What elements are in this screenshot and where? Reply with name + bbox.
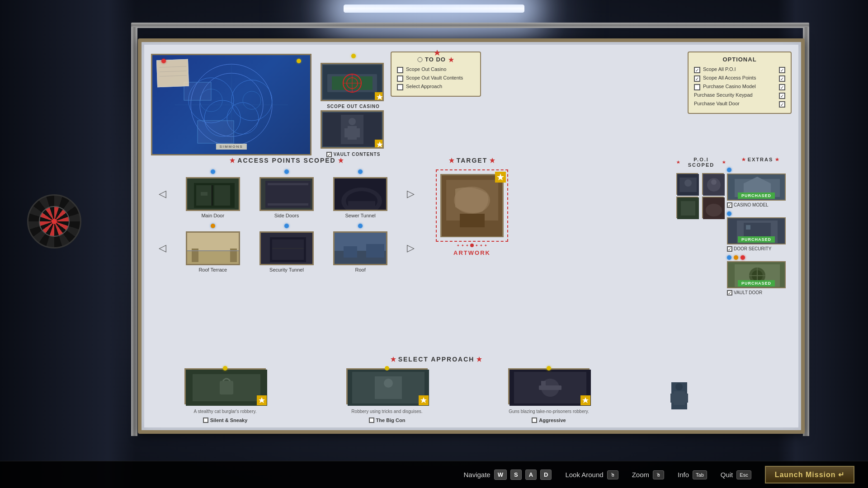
- casino-model-thumb: PURCHASED: [727, 174, 786, 201]
- target-dot-3: ✦: [466, 244, 469, 248]
- poi-star-right: [722, 160, 726, 164]
- svg-marker-62: [449, 158, 454, 163]
- approach-aggressive-label: Aggressive: [539, 418, 566, 423]
- approach-bigcon-thumb: [346, 368, 428, 404]
- svg-point-28: [349, 118, 356, 125]
- vault-star-icon: [376, 141, 383, 148]
- approach-bigcon-label: The Big Con: [376, 418, 406, 423]
- side-doors-label: Side Doors: [274, 213, 299, 218]
- svg-point-116: [675, 383, 683, 390]
- optional-label-2: Scope All Access Points: [703, 75, 756, 80]
- extra-casino-model: PURCHASED CASINO MODEL: [727, 168, 794, 208]
- roof-thumb: [333, 231, 387, 265]
- door-security-check[interactable]: [727, 246, 732, 252]
- launch-mission-button[interactable]: Launch Mission ↵: [765, 466, 854, 483]
- svg-marker-32: [377, 141, 383, 147]
- approach-bigcon[interactable]: Robbery using tricks and disguises. The …: [342, 368, 432, 423]
- pin-main-door: [211, 169, 215, 174]
- scope-casino-section: SCOPE OUT CASINO: [321, 56, 386, 109]
- quit-label: Quit: [721, 471, 733, 479]
- approach-aggressive-label-row: Aggressive: [532, 417, 566, 423]
- svg-rect-119: [684, 394, 688, 403]
- vault-door-label: VAULT DOOR: [734, 290, 762, 295]
- optional-checkbox-3[interactable]: [694, 84, 700, 90]
- extras-star-left: [741, 157, 746, 162]
- security-tunnel-thumb: [259, 231, 314, 265]
- info-label: Info: [678, 471, 689, 479]
- target-image: [440, 174, 504, 237]
- key-zoom: 🖱: [653, 470, 664, 479]
- svg-marker-68: [497, 174, 504, 180]
- pin-side-doors: [284, 169, 289, 174]
- roof-terrace-thumb: [186, 231, 240, 265]
- optional-item-5: Purchase Vault Door: [694, 101, 785, 108]
- extras-star-right: [775, 157, 779, 162]
- approach-bigcon-label-row: The Big Con: [369, 417, 406, 423]
- pin-roof: [358, 224, 363, 228]
- pin-aggressive: [547, 366, 551, 371]
- pin-vault-door-blue: [727, 255, 731, 260]
- todo-label-3: Select Approach: [406, 84, 442, 89]
- approach-silent-label-row: Silent & Sneaky: [203, 417, 248, 423]
- extras-title: EXTRAS: [727, 157, 794, 162]
- todo-label-1: Scope Out Casino: [406, 66, 446, 72]
- extra-door-security: PURCHASED DOOR SECURITY: [727, 211, 794, 252]
- target-artwork-svg: [442, 175, 502, 236]
- key-esc: Esc: [736, 470, 751, 479]
- target-dot-1: ✦: [457, 244, 460, 248]
- optional-item-3: Purchase Casino Model: [694, 84, 785, 90]
- todo-box: TO DO Scope Out Casino Scope Out Vault C…: [391, 52, 481, 97]
- approach-silent[interactable]: A stealthy cat burglar's robbery. Silent…: [180, 368, 270, 423]
- approach-title: SELECT APPROACH: [149, 356, 724, 363]
- board-inner: SIMMONS TO DO Scope Out Casino: [144, 45, 798, 427]
- svg-rect-43: [268, 183, 308, 185]
- casino-model-check[interactable]: [727, 202, 732, 208]
- svg-rect-78: [681, 201, 695, 216]
- approach-bigcon-check[interactable]: [369, 418, 374, 423]
- dartboard-middle: [39, 206, 70, 237]
- optional-checkbox-2[interactable]: [694, 75, 700, 82]
- dartboard: [27, 194, 81, 249]
- optional-check-done-5: [779, 101, 785, 108]
- approach-aggressive-thumb: [508, 368, 590, 404]
- poi-thumb-4: [702, 197, 724, 218]
- svg-point-7: [243, 91, 261, 109]
- door-security-thumb: PURCHASED: [727, 217, 786, 244]
- poi-svg-1: [677, 174, 699, 196]
- todo-checkbox-1[interactable]: [397, 67, 403, 73]
- svg-marker-113: [582, 397, 589, 403]
- hud-info: Info Tab: [678, 470, 707, 479]
- door-security-badge: PURCHASED: [738, 236, 775, 243]
- optional-checkbox-1[interactable]: [694, 67, 700, 73]
- vault-door-badge: PURCHASED: [738, 280, 775, 286]
- optional-label-4: Purchase Security Keypad: [694, 92, 753, 98]
- access-prev-arrow-2[interactable]: ◁: [159, 242, 166, 254]
- access-next-arrow-2[interactable]: ▷: [407, 242, 415, 254]
- key-look-around: 🖱: [607, 470, 618, 479]
- todo-checkbox-2[interactable]: [397, 75, 403, 82]
- svg-marker-101: [259, 397, 265, 403]
- todo-asterisk-icon: [448, 56, 454, 63]
- extras-section: EXTRAS PURCHASED CASINO MODEL: [727, 157, 794, 299]
- access-next-arrow-1[interactable]: ▷: [407, 188, 415, 200]
- sewer-thumb: [333, 177, 387, 211]
- approach-aggressive[interactable]: Guns blazing take-no-prisoners robbery. …: [504, 368, 594, 423]
- blueprint-content: SIMMONS: [152, 55, 310, 154]
- optional-check-done-4: [779, 93, 785, 99]
- security-tunnel-label: Security Tunnel: [269, 267, 304, 272]
- todo-checkbox-3[interactable]: [397, 84, 403, 90]
- svg-rect-30: [344, 128, 349, 137]
- poi-section: P.O.I SCOPED: [676, 157, 726, 218]
- approach-aggressive-check[interactable]: [532, 418, 537, 423]
- approach-silent-check[interactable]: [203, 418, 208, 423]
- vault-door-check[interactable]: [727, 290, 732, 296]
- svg-point-105: [384, 379, 393, 388]
- target-dot-4: ✦: [475, 244, 478, 248]
- casino-star-icon: [376, 94, 383, 101]
- svg-rect-89: [746, 225, 750, 230]
- access-prev-arrow[interactable]: ◁: [159, 188, 166, 200]
- simmons-label: SIMMONS: [216, 144, 246, 150]
- access-points-title: ACCESS POINTS SCOPED: [149, 157, 425, 164]
- bigcon-star-badge: [419, 395, 429, 405]
- svg-marker-70: [722, 160, 726, 164]
